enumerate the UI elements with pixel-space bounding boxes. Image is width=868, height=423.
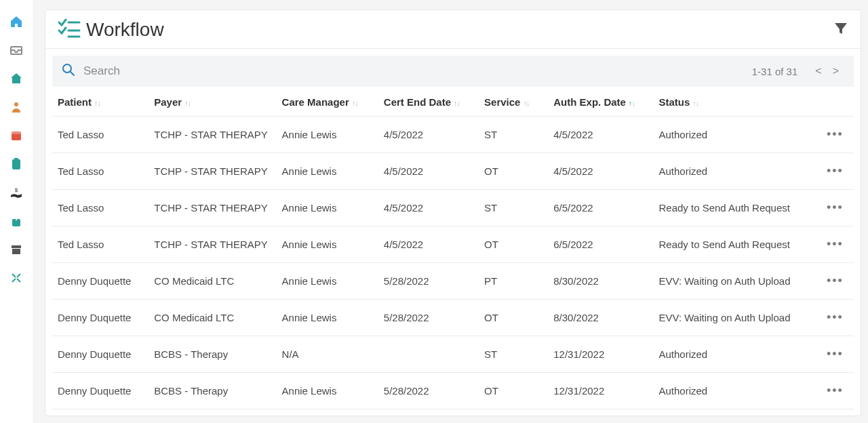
row-actions-button[interactable]: ••• xyxy=(816,153,854,190)
sort-arrows-icon: ↑↓ xyxy=(629,99,635,107)
home-nav[interactable] xyxy=(7,14,26,33)
cell-payer: TCHP - STAR THERAPY xyxy=(149,190,276,226)
cell-cert: 5/28/2022 xyxy=(378,373,479,409)
svg-rect-4 xyxy=(12,159,20,169)
calendar-icon xyxy=(10,129,22,144)
svg-rect-5 xyxy=(14,158,18,161)
hand-money-icon: $ xyxy=(10,186,22,201)
row-actions-button[interactable]: ••• xyxy=(816,409,854,416)
row-actions-button[interactable]: ••• xyxy=(816,190,854,226)
cell-service: ST xyxy=(479,117,548,153)
cell-patient: Ted Lasso xyxy=(52,117,149,153)
table-row: Ted LassoTCHP - STAR THERAPYAnnie Lewis4… xyxy=(52,117,854,153)
home-icon xyxy=(10,16,22,31)
row-actions-button[interactable]: ••• xyxy=(816,117,854,153)
col-patient[interactable]: Patient↑↓ xyxy=(52,87,149,117)
svg-line-14 xyxy=(71,72,74,75)
inbox-nav[interactable] xyxy=(7,42,26,61)
col-care[interactable]: Care Manager↑↓ xyxy=(277,87,378,117)
person-icon xyxy=(10,101,22,116)
ellipsis-icon: ••• xyxy=(827,164,844,178)
cell-payer: BCBS - Therapy xyxy=(149,409,276,416)
cell-service: OT xyxy=(479,300,548,336)
cell-status: Authorized xyxy=(653,336,816,373)
cell-auth: 12/31/2022 xyxy=(548,336,653,373)
col-payer[interactable]: Payer↑↓ xyxy=(149,87,276,117)
svg-rect-8 xyxy=(12,245,21,248)
cell-service: OT xyxy=(479,373,548,409)
ellipsis-icon: ••• xyxy=(827,384,844,397)
clipboard-nav[interactable] xyxy=(7,156,26,175)
col-status[interactable]: Status↑↓ xyxy=(653,87,816,117)
cell-status: Authorized xyxy=(653,153,816,190)
house-nav[interactable] xyxy=(7,70,26,89)
col-label-care: Care Manager xyxy=(282,96,349,108)
table-scroll[interactable]: Patient↑↓Payer↑↓Care Manager↑↓Cert End D… xyxy=(45,87,861,416)
ellipsis-icon: ••• xyxy=(827,347,844,361)
search-bar: 1-31 of 31 < > xyxy=(52,56,854,87)
sort-arrows-icon: ↑↓ xyxy=(454,99,460,107)
cell-payer: CO Medicaid LTC xyxy=(149,300,276,336)
svg-point-1 xyxy=(14,102,18,106)
workflow-panel: Workflow 1-31 of 31 < > xyxy=(45,9,861,416)
col-cert[interactable]: Cert End Date↑↓ xyxy=(378,87,479,117)
cell-cert xyxy=(378,336,479,373)
col-label-service: Service xyxy=(484,96,520,108)
cell-service: OT xyxy=(479,153,548,190)
cell-cert: 4/5/2022 xyxy=(378,153,479,190)
cell-status: Authorized xyxy=(653,409,816,416)
cell-auth: 6/5/2022 xyxy=(548,226,653,263)
cell-service: PT xyxy=(479,409,548,416)
hand-money-nav[interactable]: $ xyxy=(7,184,26,203)
archive-nav[interactable] xyxy=(7,241,26,260)
table-row: Denny DuquetteBCBS - TherapyAnnie Lewis5… xyxy=(52,409,854,416)
next-page-button[interactable]: > xyxy=(827,64,844,79)
row-actions-button[interactable]: ••• xyxy=(816,300,854,336)
cell-patient: Denny Duquette xyxy=(52,263,149,300)
cell-care: Annie Lewis xyxy=(277,190,378,226)
tools-nav[interactable] xyxy=(7,270,26,289)
inbox-icon xyxy=(10,44,22,59)
cell-service: PT xyxy=(479,263,548,300)
cell-patient: Denny Duquette xyxy=(52,409,149,416)
sidebar: $ xyxy=(0,0,33,423)
col-label-status: Status xyxy=(658,96,690,108)
cell-care: Annie Lewis xyxy=(277,117,378,153)
cell-status: Authorized xyxy=(653,117,816,153)
prev-page-button[interactable]: < xyxy=(810,64,827,79)
row-actions-button[interactable]: ••• xyxy=(816,263,854,300)
svg-rect-3 xyxy=(12,132,21,134)
panel-header: Workflow xyxy=(45,10,861,49)
cell-auth: 12/31/2022 xyxy=(548,409,653,416)
export-nav[interactable] xyxy=(7,213,26,232)
ellipsis-icon: ••• xyxy=(827,310,844,324)
row-actions-button[interactable]: ••• xyxy=(816,226,854,263)
filter-icon[interactable] xyxy=(833,21,848,39)
cell-auth: 4/5/2022 xyxy=(548,117,653,153)
search-input[interactable] xyxy=(83,64,752,78)
cell-patient: Denny Duquette xyxy=(52,300,149,336)
person-nav[interactable] xyxy=(7,99,26,118)
cell-care: Annie Lewis xyxy=(277,153,378,190)
col-actions xyxy=(816,87,854,117)
cell-cert: 4/5/2022 xyxy=(378,117,479,153)
table-row: Denny DuquetteCO Medicaid LTCAnnie Lewis… xyxy=(52,300,854,336)
cell-auth: 8/30/2022 xyxy=(548,263,653,300)
col-auth[interactable]: Auth Exp. Date↑↓ xyxy=(548,87,653,117)
cell-status: Authorized xyxy=(653,373,816,409)
sort-arrows-icon: ↑↓ xyxy=(692,99,698,107)
workflow-checklist-icon xyxy=(58,18,81,41)
col-service[interactable]: Service↑↓ xyxy=(479,87,548,117)
row-actions-button[interactable]: ••• xyxy=(816,373,854,409)
row-actions-button[interactable]: ••• xyxy=(816,336,854,373)
svg-point-13 xyxy=(63,64,71,73)
table-row: Ted LassoTCHP - STAR THERAPYAnnie Lewis4… xyxy=(52,190,854,226)
cell-payer: TCHP - STAR THERAPY xyxy=(149,117,276,153)
ellipsis-icon: ••• xyxy=(827,237,844,251)
cell-payer: BCBS - Therapy xyxy=(149,336,276,373)
cell-auth: 8/30/2022 xyxy=(548,300,653,336)
cell-status: Ready to Send Auth Request xyxy=(653,190,816,226)
calendar-nav[interactable] xyxy=(7,127,26,146)
sort-arrows-icon: ↑↓ xyxy=(94,99,100,107)
cell-care: Annie Lewis xyxy=(277,226,378,263)
